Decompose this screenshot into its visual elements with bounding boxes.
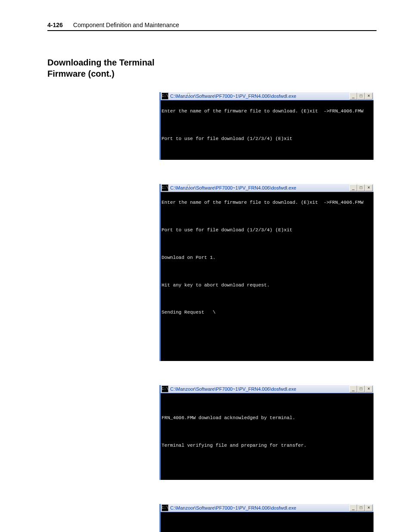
console-line [162, 323, 373, 330]
console-line [162, 296, 373, 303]
window-titlebar[interactable]: C:\ C:\Manzoor\Software\PF7000~1\PV_FRN4… [161, 92, 374, 100]
console-line [162, 337, 373, 344]
minimize-button[interactable]: _ [349, 184, 357, 191]
console-line: Port to use for file download (1/2/3/4) … [162, 136, 373, 143]
console-body[interactable]: FRN_4006.FMW download acknowledged by te… [161, 393, 374, 480]
console-line: Enter the name of the firmware file to d… [162, 199, 373, 206]
window-titlebar[interactable]: C:\ C:\Manzoor\Software\PF7000~1\PV_FRN4… [161, 184, 374, 192]
console-line: Download on Port 1. [162, 255, 373, 261]
console-line: Terminal verifying file and preparing fo… [162, 442, 373, 449]
console-line [162, 122, 373, 129]
close-button[interactable]: × [365, 386, 373, 392]
window-title-text: C:\Manzoor\Software\PF7000~1\PV_FRN4.006… [170, 185, 296, 190]
cmd-icon: C:\ [162, 386, 168, 392]
close-button[interactable]: × [365, 184, 373, 191]
window-title-text: C:\Manzoor\Software\PF7000~1\PV_FRN4.006… [170, 505, 296, 510]
heading-line-1: Downloading the Terminal [47, 57, 377, 68]
cmd-icon: C:\ [162, 504, 168, 511]
close-button[interactable]: × [365, 504, 373, 511]
window-title-text: C:\Manzoor\Software\PF7000~1\PV_FRN4.006… [170, 93, 296, 99]
maximize-button[interactable]: □ [357, 504, 365, 511]
console-window-1: C:\ C:\Manzoor\Software\PF7000~1\PV_FRN4… [159, 92, 374, 160]
page-header: 4-126 Component Definition and Maintenan… [47, 22, 377, 31]
console-line: Sending Request \ [162, 309, 373, 316]
console-line [162, 401, 373, 408]
window-title-text: C:\Manzoor\Software\PF7000~1\PV_FRN4.006… [170, 386, 296, 392]
minimize-button[interactable]: _ [349, 504, 357, 511]
console-line [162, 520, 373, 527]
console-body[interactable]: FRN_4006.FMW download acknowledged by te… [161, 512, 374, 532]
page-number: 4-126 [47, 22, 63, 28]
console-window-2: C:\ C:\Manzoor\Software\PF7000~1\PV_FRN4… [159, 184, 374, 361]
doc-title: Component Definition and Maintenance [73, 22, 179, 28]
minimize-button[interactable]: _ [349, 93, 357, 100]
console-window-3: C:\ C:\Manzoor\Software\PF7000~1\PV_FRN4… [159, 385, 374, 480]
console-line: Enter the name of the firmware file to d… [162, 108, 373, 115]
console-line: Port to use for file download (1/2/3/4) … [162, 227, 373, 234]
maximize-button[interactable]: □ [357, 184, 365, 191]
console-line [162, 456, 373, 463]
minimize-button[interactable]: _ [349, 386, 357, 392]
console-line [162, 241, 373, 248]
cmd-icon: C:\ [162, 184, 168, 191]
console-line [162, 429, 373, 436]
console-body[interactable]: Enter the name of the firmware file to d… [161, 192, 374, 361]
window-titlebar[interactable]: C:\ C:\Manzoor\Software\PF7000~1\PV_FRN4… [161, 385, 374, 393]
console-body[interactable]: Enter the name of the firmware file to d… [161, 100, 374, 160]
section-heading: Downloading the Terminal Firmware (cont.… [47, 57, 377, 79]
maximize-button[interactable]: □ [357, 386, 365, 392]
close-button[interactable]: × [365, 93, 373, 100]
console-line: FRN_4006.FMW download acknowledged by te… [162, 415, 373, 422]
maximize-button[interactable]: □ [357, 93, 365, 100]
cmd-icon: C:\ [162, 93, 168, 100]
console-line: Hit any key to abort download request. [162, 282, 373, 289]
console-window-4: C:\ C:\Manzoor\Software\PF7000~1\PV_FRN4… [159, 504, 374, 532]
console-line [162, 268, 373, 275]
console-line [162, 213, 373, 220]
heading-line-2: Firmware (cont.) [47, 68, 377, 79]
window-titlebar[interactable]: C:\ C:\Manzoor\Software\PF7000~1\PV_FRN4… [161, 504, 374, 512]
